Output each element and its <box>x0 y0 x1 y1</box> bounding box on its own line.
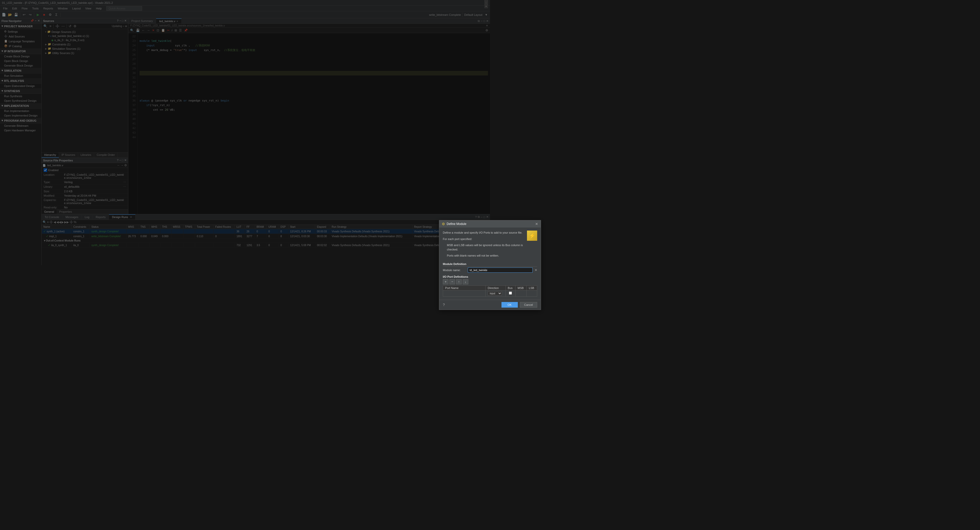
dialog-title-left: ⚙ Define Module <box>442 222 466 226</box>
dialog-overlay: ⚙ Define Module ✕ Define a module and sp… <box>0 0 490 265</box>
dialog-module-definition-title: Module Definition <box>443 263 490 265</box>
dialog-text-3: MSB and LSB values will be ignored unles… <box>443 243 490 251</box>
dialog-description: Define a module and specify I/O Ports to… <box>443 231 490 260</box>
dialog-text-4: Ports with blank names will not be writt… <box>443 253 490 258</box>
dialog-text-2: For each port specified: <box>443 237 490 241</box>
dialog-text-1: Define a module and specify I/O Ports to… <box>443 231 490 235</box>
define-module-dialog: ⚙ Define Module ✕ Define a module and sp… <box>439 220 490 265</box>
dialog-titlebar: ⚙ Define Module ✕ <box>439 220 490 228</box>
dialog-body: Define a module and specify I/O Ports to… <box>439 228 490 265</box>
dialog-title-icon: ⚙ <box>442 222 445 226</box>
dialog-intro: Define a module and specify I/O Ports to… <box>443 231 490 260</box>
dialog-title-text: Define Module <box>447 222 466 226</box>
